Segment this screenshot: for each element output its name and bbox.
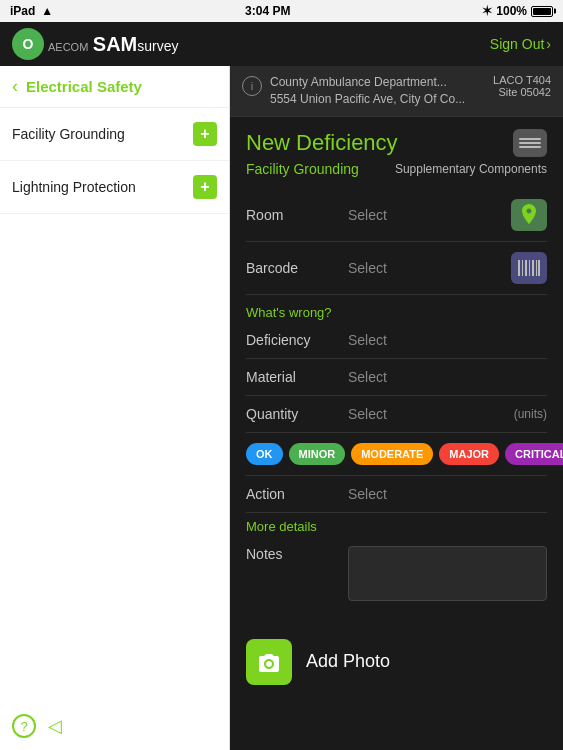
add-photo-row[interactable]: Add Photo [230,623,563,701]
sidebar-header: ‹ Electrical Safety [0,66,229,108]
severity-critical-button[interactable]: CRITICAL [505,443,563,465]
units-label: (units) [514,407,547,421]
camera-button[interactable] [246,639,292,685]
supplementary-label: Supplementary Components [395,162,547,176]
brand-name: AECOM SAMsurvey [48,33,178,56]
brand-sam: SAM [93,33,137,55]
quantity-row: Quantity Select (units) [246,396,547,433]
sign-out-button[interactable]: Sign Out › [490,36,551,52]
add-facility-grounding-button[interactable]: + [193,122,217,146]
notes-textarea[interactable] [348,546,547,601]
chevron-right-icon: › [546,36,551,52]
form-area: New Deficiency Facility Grounding Supple… [230,117,563,623]
form-category: Facility Grounding [246,161,359,177]
list-view-button[interactable] [513,129,547,157]
svg-rect-3 [529,260,530,276]
severity-row: OK MINOR MODERATE MAJOR CRITICAL [246,433,547,476]
room-label: Room [246,207,336,223]
sidebar-footer: ? ◁ [0,702,229,750]
svg-rect-4 [532,260,534,276]
status-time: 3:04 PM [245,4,290,18]
room-row: Room Select [246,189,547,242]
severity-minor-button[interactable]: MINOR [289,443,346,465]
add-lightning-protection-button[interactable]: + [193,175,217,199]
sidebar: ‹ Electrical Safety Facility Grounding +… [0,66,230,750]
logo-circle: O [12,28,44,60]
form-title: New Deficiency [246,129,547,157]
whats-wrong-label: What's wrong? [246,305,547,320]
sidebar-item-label: Facility Grounding [12,126,125,142]
sidebar-item-label: Lightning Protection [12,179,136,195]
svg-rect-5 [536,260,537,276]
facility-address: 5554 Union Pacific Ave, City Of Co... [270,91,465,108]
info-bar: i County Ambulance Department... 5554 Un… [230,66,563,117]
quantity-label: Quantity [246,406,336,422]
main-layout: ‹ Electrical Safety Facility Grounding +… [0,66,563,750]
wifi-icon: ▲ [41,4,53,18]
sidebar-items: Facility Grounding + Lightning Protectio… [0,108,229,702]
severity-major-button[interactable]: MAJOR [439,443,499,465]
notes-label: Notes [246,546,336,562]
action-row: Action Select [246,476,547,513]
app-logo: O AECOM SAMsurvey [12,28,178,60]
status-bar: iPad ▲ 3:04 PM ✶ 100% [0,0,563,22]
form-subtitle: Facility Grounding Supplementary Compone… [246,161,547,177]
quantity-value[interactable]: Select [348,406,502,422]
back-triangle-icon[interactable]: ◁ [48,715,62,737]
info-icon: i [242,76,262,96]
action-value[interactable]: Select [348,486,547,502]
sidebar-item-lightning-protection[interactable]: Lightning Protection + [0,161,229,214]
barcode-value[interactable]: Select [348,260,499,276]
severity-ok-button[interactable]: OK [246,443,283,465]
device-label: iPad [10,4,35,18]
facility-name: County Ambulance Department... [270,74,465,91]
action-label: Action [246,486,336,502]
barcode-row: Barcode Select [246,242,547,295]
add-photo-label: Add Photo [306,651,390,672]
deficiency-row: Deficiency Select [246,322,547,359]
material-value[interactable]: Select [348,369,547,385]
barcode-label: Barcode [246,260,336,276]
help-icon[interactable]: ? [12,714,36,738]
material-label: Material [246,369,336,385]
svg-rect-0 [518,260,520,276]
room-value[interactable]: Select [348,207,499,223]
barcode-scan-button[interactable] [511,252,547,284]
battery-icon [531,6,553,17]
laco-code: LACO T404 [493,74,551,86]
facility-codes: LACO T404 Site 05042 [493,74,551,98]
svg-rect-2 [525,260,527,276]
svg-rect-1 [522,260,523,276]
deficiency-value[interactable]: Select [348,332,547,348]
room-pin-button[interactable] [511,199,547,231]
notes-row: Notes [246,536,547,611]
brand-prefix: AECOM [48,41,88,53]
brand-suffix: survey [137,38,178,54]
deficiency-label: Deficiency [246,332,336,348]
back-button[interactable]: ‹ [12,76,18,97]
bottom-area [230,701,563,750]
severity-moderate-button[interactable]: MODERATE [351,443,433,465]
sidebar-title: Electrical Safety [26,78,142,95]
top-nav: O AECOM SAMsurvey Sign Out › [0,22,563,66]
sidebar-item-facility-grounding[interactable]: Facility Grounding + [0,108,229,161]
battery-percent: 100% [496,4,527,18]
material-row: Material Select [246,359,547,396]
svg-rect-6 [538,260,540,276]
right-panel: i County Ambulance Department... 5554 Un… [230,66,563,750]
bluetooth-icon: ✶ [482,4,492,18]
more-details-label: More details [246,519,547,534]
site-code: Site 05042 [493,86,551,98]
